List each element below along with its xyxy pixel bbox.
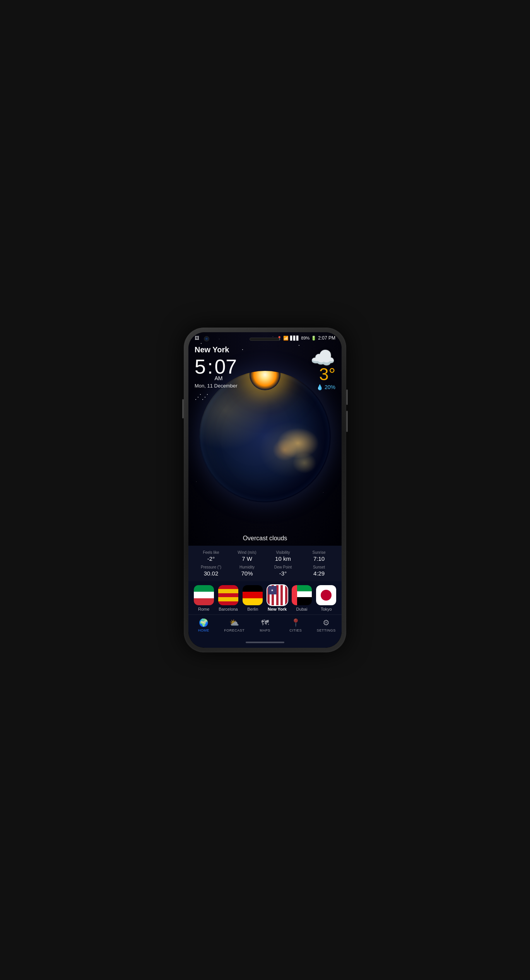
rain-icon: 💧 [316,384,323,390]
feels-like-value: -2° [195,555,227,562]
screen: 🖼 📍 📶 ▋▋▋ 89% 🔋 2:07 PM New York [188,332,342,648]
precipitation-row: 💧 20% [310,384,335,390]
time-ampm: AM [214,375,222,381]
time-hour: 5 [195,357,206,377]
sunset-value: 4:29 [303,570,335,577]
share-button[interactable]: ⋰⋰ [195,393,335,401]
sunrise-value: 7:10 [303,555,335,562]
pressure-value: 30.02 [195,570,227,577]
humidity-value: 70% [231,570,263,577]
home-label: HOME [198,628,209,632]
visibility-value: 10 km [267,555,299,562]
status-time: 2:07 PM [318,335,335,341]
sunrise-label: Sunrise [303,550,335,555]
newyork-label: New York [268,607,287,611]
status-right: 📍 📶 ▋▋▋ 89% 🔋 2:07 PM [277,335,335,341]
cities-icon: 📍 [291,618,301,627]
bottom-navigation: 🌍 HOME ⛅ FORECAST 🗺 MAPS 📍 CITIES ⚙ [188,615,342,638]
app-screen: 🖼 📍 📶 ▋▋▋ 89% 🔋 2:07 PM New York [188,332,342,648]
city-item-newyork[interactable]: ★ New York [267,585,287,611]
visibility-item: Visibility 10 km [267,550,299,562]
nav-settings[interactable]: ⚙ SETTINGS [315,618,338,632]
rome-flag [194,585,214,605]
dubai-flag [292,585,312,605]
nav-home[interactable]: 🌍 HOME [192,618,215,632]
feels-like-label: Feels like [195,550,227,555]
tokyo-flag [316,585,336,605]
status-left-icon: 🖼 [195,335,199,341]
city-item-dubai[interactable]: Dubai [292,585,312,611]
power-button[interactable] [182,399,184,418]
nav-forecast[interactable]: ⛅ FORECAST [223,618,246,632]
nav-maps[interactable]: 🗺 MAPS [253,618,277,632]
phone-frame: 🖼 📍 📶 ▋▋▋ 89% 🔋 2:07 PM New York [184,328,346,652]
wind-value: 7 W [231,555,263,562]
ny-stars: ★ [268,586,277,594]
wind-label: Wind (m/s) [231,550,263,555]
dew-value: -3° [267,570,299,577]
volume-up-button[interactable] [346,389,348,405]
berlin-flag [243,585,263,605]
visibility-label: Visibility [267,550,299,555]
dew-label: Dew Point [267,565,299,569]
barcelona-label: Barcelona [219,607,238,611]
forecast-icon: ⛅ [229,618,239,627]
wifi-icon: 📶 [283,336,289,341]
city-item-rome[interactable]: Rome [194,585,214,611]
maps-icon: 🗺 [261,618,269,627]
sunset-item: Sunset 4:29 [303,565,335,577]
tokyo-circle [321,590,332,601]
precipitation-value: 20% [325,384,335,390]
home-indicator [188,638,342,648]
weather-main-area: 🖼 📍 📶 ▋▋▋ 89% 🔋 2:07 PM New York [188,332,342,546]
temp-cloud-panel: ☁️ 3° 💧 20% [310,348,335,390]
home-icon: 🌍 [199,618,209,627]
feels-like-item: Feels like -2° [195,550,227,562]
cloud-icon: ☁️ [310,348,335,368]
location-icon: 📍 [277,336,282,340]
humidity-label: Humidity [231,565,263,569]
humidity-item: Humidity 70% [231,565,263,577]
city-item-barcelona[interactable]: Barcelona [218,585,238,611]
city-item-tokyo[interactable]: Tokyo [316,585,336,611]
tokyo-label: Tokyo [321,607,332,611]
newyork-flag: ★ [267,585,287,605]
battery-icon: 🔋 [311,336,316,341]
dew-point-item: Dew Point -3° [267,565,299,577]
weather-details-panel: Feels like -2° Wind (m/s) 7 W Visibility… [188,546,342,581]
maps-label: MAPS [260,628,270,632]
forecast-label: FORECAST [224,628,244,632]
berlin-label: Berlin [247,607,258,611]
volume-down-button[interactable] [346,411,348,432]
barcelona-flag [218,585,238,605]
rome-label: Rome [198,607,209,611]
sunset-label: Sunset [303,565,335,569]
sunrise-item: Sunrise 7:10 [303,550,335,562]
status-bar: 🖼 📍 📶 ▋▋▋ 89% 🔋 2:07 PM [188,332,342,342]
photo-icon: 🖼 [195,335,199,341]
time-minutes: 07 [214,357,237,377]
home-bar[interactable] [246,642,284,643]
time-colon: : [207,355,213,378]
wind-item: Wind (m/s) 7 W [231,550,263,562]
dubai-label: Dubai [296,607,308,611]
battery-percent: 89% [301,336,309,340]
settings-label: SETTINGS [317,628,336,632]
settings-icon: ⚙ [323,618,330,627]
condition-text: Overcast clouds [188,535,342,542]
cities-row: Rome Barcelona Berlin ★ New York [188,581,342,615]
pressure-item: Pressure (") 30.02 [195,565,227,577]
city-item-berlin[interactable]: Berlin [243,585,263,611]
nav-cities[interactable]: 📍 CITIES [284,618,307,632]
pressure-label: Pressure (") [195,565,227,569]
cities-label: CITIES [289,628,302,632]
signal-icon: ▋▋▋ [290,336,299,341]
